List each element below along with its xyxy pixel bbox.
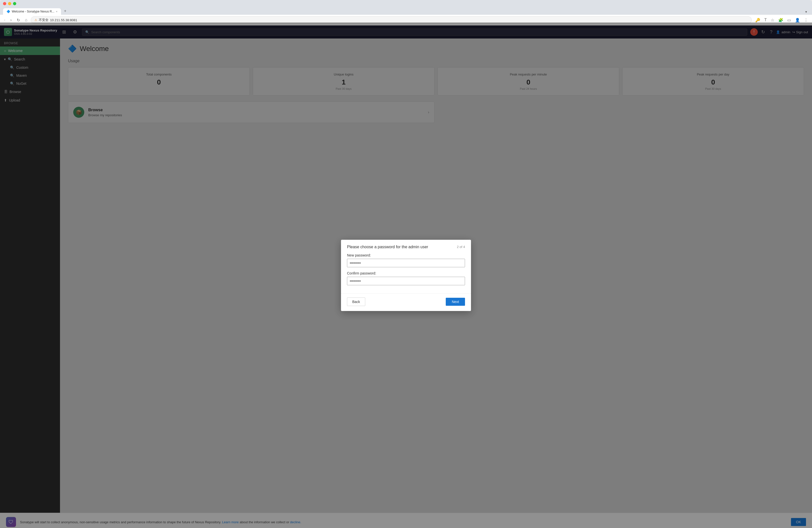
confirm-password-input[interactable] xyxy=(347,277,465,285)
security-warning-text: 不安全 xyxy=(39,18,48,22)
dialog-header: Please choose a password for the admin u… xyxy=(341,240,471,252)
new-password-group: New password: xyxy=(347,253,465,267)
tab-list-btn[interactable]: ▾ xyxy=(803,9,809,15)
modal-overlay: Please choose a password for the admin u… xyxy=(0,23,812,528)
address-url: 10.211.55.38:8081 xyxy=(50,18,77,22)
confirm-password-group: Confirm password: xyxy=(347,271,465,285)
dialog-step: 2 of 4 xyxy=(457,245,465,249)
tab-add-btn[interactable]: + xyxy=(61,7,69,15)
tab-favicon-icon: 🔷 xyxy=(6,10,10,13)
tab-close-btn[interactable]: × xyxy=(56,10,58,13)
browser-minimize-btn[interactable] xyxy=(8,2,11,5)
tab-title: Welcome - Sonatype Nexus R... xyxy=(12,10,55,13)
new-password-input[interactable] xyxy=(347,259,465,267)
browser-close-btn[interactable] xyxy=(3,2,6,5)
dialog-body: New password: Confirm password: xyxy=(341,252,471,293)
dialog-title: Please choose a password for the admin u… xyxy=(347,245,428,249)
browser-tab-active[interactable]: 🔷 Welcome - Sonatype Nexus R... × xyxy=(3,8,61,15)
confirm-password-label: Confirm password: xyxy=(347,271,465,275)
dialog-footer: Back Next xyxy=(341,293,471,311)
next-button[interactable]: Next xyxy=(446,298,465,306)
back-button[interactable]: Back xyxy=(347,297,365,306)
new-password-label: New password: xyxy=(347,253,465,257)
password-dialog: Please choose a password for the admin u… xyxy=(341,240,471,311)
browser-maximize-btn[interactable] xyxy=(13,2,16,5)
security-warning-icon: ⚠ xyxy=(34,18,37,22)
